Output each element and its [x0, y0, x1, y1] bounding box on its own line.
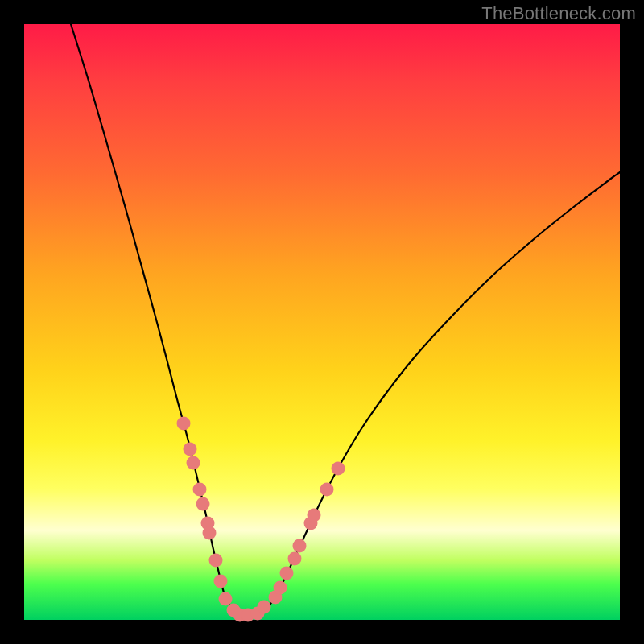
curve-dot — [293, 539, 307, 553]
curve-dot — [332, 462, 345, 476]
curve-dot — [196, 497, 210, 511]
curve-dot — [258, 601, 271, 614]
watermark-text: TheBottleneck.com — [481, 3, 636, 24]
curve-dot — [280, 567, 294, 580]
bottleneck-curve — [24, 24, 620, 620]
curve-dot — [288, 552, 302, 566]
curve-dot — [187, 456, 200, 470]
curve-dot — [203, 526, 217, 540]
curve-dots — [177, 417, 345, 622]
curve-dot — [209, 554, 223, 568]
curve-dot — [274, 581, 287, 595]
curve-dot — [184, 443, 197, 456]
curve-path — [71, 24, 620, 616]
curve-dot — [219, 592, 233, 606]
curve-dot — [320, 483, 334, 497]
chart-frame: TheBottleneck.com — [0, 0, 644, 644]
curve-dot — [193, 483, 207, 497]
curve-dot — [177, 417, 191, 431]
plot-area — [24, 24, 620, 620]
curve-dot — [214, 575, 228, 588]
curve-dot — [308, 509, 321, 522]
